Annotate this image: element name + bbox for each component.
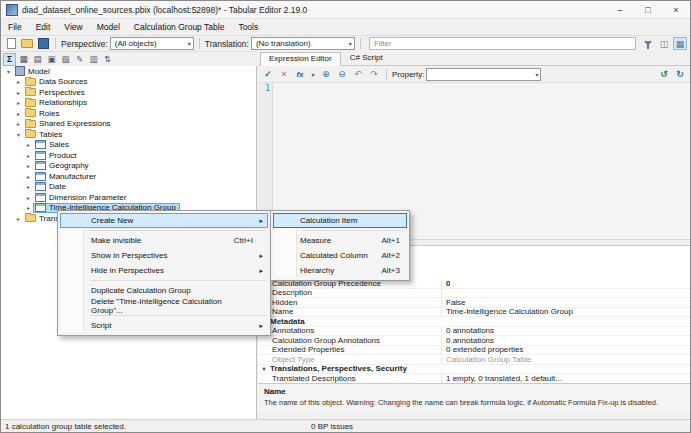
menu-item-calculation-item[interactable]: Calculation Item [273, 213, 407, 228]
property-row-hidden[interactable]: HiddenFalse [258, 298, 690, 308]
perspective-value: (All objects) [115, 39, 157, 48]
property-category-metadata[interactable]: ▾Metadata [258, 317, 690, 327]
menu-item-create-new[interactable]: Create New▸ [60, 213, 268, 228]
menu-item-measure[interactable]: MeasureAlt+1 [273, 233, 407, 248]
grid-icon[interactable]: ▦ [17, 53, 30, 66]
expand-icon[interactable]: ▸ [24, 194, 33, 201]
menu-item-label: Script [91, 321, 111, 330]
property-row-name[interactable]: NameTime-Intelligence Calculation Group [258, 308, 690, 318]
replace-icon[interactable]: ⊖ [335, 68, 349, 81]
collapse-icon[interactable]: ▾ [14, 131, 23, 138]
expand-icon[interactable]: ▸ [14, 215, 23, 222]
menu-item-show-in-perspectives[interactable]: Show in Perspectives▸ [60, 248, 268, 263]
split-view-icon[interactable]: ◫ [657, 37, 671, 50]
tree-item-manufacturer[interactable]: ▸Manufacturer [1, 171, 256, 182]
tree-item-perspectives[interactable]: ▸Perspectives [1, 87, 256, 98]
expand-icon[interactable]: ▸ [24, 183, 33, 190]
expand-icon[interactable]: ▸ [14, 110, 23, 117]
folder-icon [25, 214, 36, 222]
property-select[interactable]: ▾ [426, 68, 541, 81]
sum-icon[interactable]: Σ [3, 53, 16, 66]
property-row-calculation-group-annotations[interactable]: Calculation Group Annotations0 annotatio… [258, 336, 690, 346]
table-view-icon[interactable]: ▦ [673, 37, 687, 50]
expand-icon[interactable]: ▸ [24, 141, 33, 148]
property-row-extended-properties[interactable]: Extended Properties0 extended properties [258, 346, 690, 356]
cancel-icon[interactable]: × [277, 68, 291, 81]
tree-item-dimension-parameter[interactable]: ▸Dimension Parameter [1, 192, 256, 203]
undo-icon[interactable]: ↶ [351, 68, 365, 81]
menu-item-make-invisible[interactable]: Make invisibleCtrl+I [60, 233, 268, 248]
kpi-icon[interactable]: ▤ [31, 53, 44, 66]
expand-icon[interactable]: ▸ [24, 162, 33, 169]
tree-item-roles[interactable]: ▸Roles [1, 108, 256, 119]
filter-funnel-icon[interactable] [641, 37, 655, 50]
minimize-icon[interactable]: – [606, 1, 634, 18]
menu-item-hierarchy[interactable]: HierarchyAlt+3 [273, 263, 407, 278]
tab-expression-editor[interactable]: Expression Editor [260, 52, 341, 66]
tab-c-script[interactable]: C# Script [341, 51, 392, 65]
menubar-item-model[interactable]: Model [90, 19, 127, 35]
tree-item-label: Sales [49, 140, 69, 149]
columns-icon[interactable]: ▥ [87, 53, 100, 66]
tree-item-geography[interactable]: ▸Geography [1, 161, 256, 172]
expand-icon[interactable]: ▸ [24, 204, 33, 211]
tree-item-shared-expressions[interactable]: ▸Shared Expressions [1, 119, 256, 130]
expand-icon[interactable]: ▸ [14, 89, 23, 96]
tree-item-sales[interactable]: ▸Sales [1, 140, 256, 151]
expand-icon[interactable]: ▸ [24, 173, 33, 180]
property-row-object-type[interactable]: Object TypeCalculation Group Table [258, 355, 690, 365]
menu-item-calculated-column[interactable]: Calculated ColumnAlt+2 [273, 248, 407, 263]
refresh-icon[interactable]: ↺ [657, 68, 671, 81]
menubar-item-edit[interactable]: Edit [29, 19, 58, 35]
new-file-icon[interactable] [4, 37, 18, 50]
menu-item-script[interactable]: Script▸ [60, 318, 268, 333]
format-dax-icon[interactable]: fx [293, 68, 307, 81]
menubar-item-view[interactable]: View [57, 19, 89, 35]
redo-icon[interactable]: ↷ [367, 68, 381, 81]
open-file-icon[interactable] [20, 37, 34, 50]
find-icon[interactable]: ⊕ [319, 68, 333, 81]
expression-editor-toolbar: ✓×fx▾⊕⊖↶↷ Property: ▾ ↺↻ [258, 66, 690, 82]
chevron-down-icon: ▾ [346, 40, 352, 47]
property-category-translations-perspectives-security[interactable]: ▾Translations, Perspectives, Security [258, 365, 690, 375]
menubar-item-tools[interactable]: Tools [231, 19, 265, 35]
bp-issues-status[interactable]: 0 BP issues [311, 422, 353, 431]
property-row-translated-descriptions[interactable]: Translated Descriptions1 empty, 0 transl… [258, 374, 690, 383]
history-icon[interactable]: ↻ [673, 68, 687, 81]
pencil-icon[interactable]: ✎ [73, 53, 86, 66]
tree-item-relationships[interactable]: ▸Relationships [1, 98, 256, 109]
expression-toolbar-icons: ✓×fx▾⊕⊖↶↷ [261, 68, 381, 81]
accept-icon[interactable]: ✓ [261, 68, 275, 81]
menu-item-hide-in-perspectives[interactable]: Hide in Perspectives▸ [60, 263, 268, 278]
expand-icon[interactable]: ▸ [14, 120, 23, 127]
close-icon[interactable]: × [662, 1, 690, 18]
sort-icon[interactable]: ⇅ [101, 53, 114, 66]
maximize-icon[interactable]: □ [634, 1, 662, 18]
chevron-down-icon[interactable]: ▾ [258, 365, 270, 372]
caret-down-icon[interactable]: ▾ [309, 68, 317, 81]
menubar-item-file[interactable]: File [1, 19, 29, 35]
menu-item-delete-time-intelligence-calculation-group[interactable]: Delete "Time-Intelligence Calculation Gr… [60, 298, 268, 313]
create-new-submenu: Calculation ItemMeasureAlt+1Calculated C… [270, 210, 410, 281]
collapse-icon[interactable]: ▾ [4, 68, 13, 75]
menu-item-label: Hierarchy [300, 266, 334, 275]
menubar-item-calculation-group-table[interactable]: Calculation Group Table [127, 19, 232, 35]
expand-icon[interactable]: ▸ [14, 99, 23, 106]
image-icon[interactable]: ▧ [59, 53, 72, 66]
tree-item-date[interactable]: ▸Date [1, 182, 256, 193]
table-icon [35, 172, 46, 181]
property-row-annotations[interactable]: Annotations0 annotations [258, 327, 690, 337]
save-icon[interactable] [36, 37, 50, 50]
folder-view-icon[interactable]: ▣ [45, 53, 58, 66]
menu-separator [90, 280, 266, 281]
translation-select[interactable]: (No translation) ▾ [251, 37, 355, 50]
expand-icon[interactable]: ▸ [14, 78, 23, 85]
expand-icon[interactable]: ▸ [24, 152, 33, 159]
tree-item-product[interactable]: ▸Product [1, 150, 256, 161]
perspective-select[interactable]: (All objects) ▾ [110, 37, 194, 50]
filter-input[interactable] [369, 37, 636, 50]
tree-item-data-sources[interactable]: ▸Data Sources [1, 77, 256, 88]
property-row-description[interactable]: Description [258, 289, 690, 299]
tree-item-tables[interactable]: ▾Tables [1, 129, 256, 140]
tree-item-model[interactable]: ▾Model [1, 66, 256, 77]
